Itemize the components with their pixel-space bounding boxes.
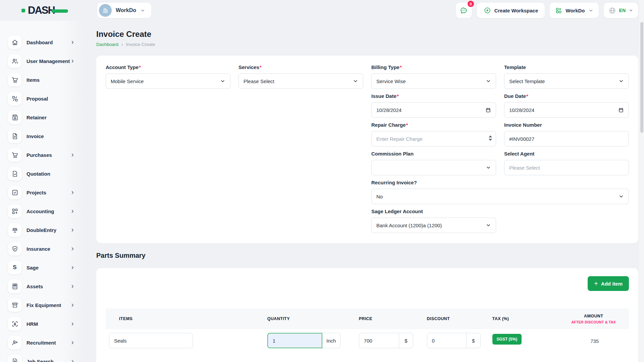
page-scrollbar[interactable] [639,0,644,362]
issue-date-input[interactable]: 10/28/2024 [371,102,496,118]
col-header-items: ITEMS [106,316,265,321]
person-focus-icon [11,320,18,327]
sidebar-item-retainer[interactable]: Retainer [0,108,85,127]
tax-badge[interactable]: SGST (5%) [492,334,522,345]
services-select[interactable]: Please Select [238,73,363,89]
field-sage-ledger-account: Sage Ledger Account Bank Account (1200)a… [371,208,496,233]
required-asterisk: * [139,64,141,70]
sidebar-item-assets[interactable]: Assets [0,277,85,296]
sidebar-item-fix-equipment[interactable]: Fix Equipment [0,296,85,314]
apps-grid-icon [555,7,562,14]
template-select[interactable]: Select Template [504,73,629,89]
chevron-right-icon [70,284,75,289]
sidebar-item-invoice[interactable]: Invoice [0,127,85,145]
sidebar-item-items[interactable]: Items [0,70,85,89]
col-header-amount: AMOUNT AFTER DISCOUNT & TAX [558,314,629,324]
workspace-avatar [99,4,112,17]
chevron-down-icon [619,194,624,199]
create-workspace-label: Create Workspace [494,8,538,13]
create-workspace-button[interactable]: Create Workspace [477,3,545,18]
chevron-right-icon [70,340,75,345]
sage-ledger-select[interactable]: Bank Account (1200)a (1200) [371,218,496,233]
person-plus-icon [11,339,18,346]
sidebar-item-proposal[interactable]: Proposal [0,89,85,108]
parts-table: ITEMS QUANTITY PRICE DISCOUNT TAX (%) AM… [106,308,629,348]
quantity-input[interactable] [267,333,322,348]
due-date-input[interactable]: 10/28/2024 [504,102,629,118]
sidebar-item-recruitment[interactable]: Recruitment [0,333,85,352]
workspace-name: WorkDo [116,7,136,13]
price-input[interactable] [359,333,399,348]
globe-icon [608,7,616,14]
quantity-unit-label: Inch [322,333,340,348]
field-issue-date: Issue Date* 10/28/2024 [371,93,496,118]
scales-icon [11,227,18,234]
calendar-icon [618,107,624,113]
sidebar-item-hrm[interactable]: HRM [0,314,85,333]
sidebar-item-insurance[interactable]: Insurance [0,239,85,258]
sidebar-item-dashboard[interactable]: Dashboard [0,33,85,52]
chevron-right-icon [70,153,75,158]
messages-button[interactable]: 0 [456,3,472,18]
logo-dot-icon [21,9,25,12]
discount-input[interactable] [427,333,467,348]
scrollbar-thumb[interactable] [640,22,643,133]
sidebar-item-user-management[interactable]: User Management [0,52,85,70]
language-code: EN [619,8,626,13]
chevron-right-icon [70,228,75,233]
col-header-price: PRICE [357,316,425,321]
breadcrumb: Dashboard › Invoice Create [96,42,638,47]
invoice-number-input[interactable] [504,131,629,146]
chevron-down-icon [486,223,491,228]
chevron-right-icon [70,303,75,308]
workdo-menu-button[interactable]: WorkDo [550,3,598,18]
sidebar-item-job-search[interactable]: Job Search [0,352,85,362]
main-content: Invoice Create Dashboard › Invoice Creat… [85,21,644,362]
chevron-right-icon [70,265,75,270]
sidebar-item-doubleentry[interactable]: DoubleEntry [0,221,85,239]
select-agent-input[interactable] [504,160,629,175]
chevron-right-icon [70,321,75,326]
building-icon [102,7,109,14]
cart-icon [11,76,18,83]
dash-logo: DASH [21,4,87,16]
account-type-select[interactable]: Mobile Service [106,73,230,89]
sidebar-item-projects[interactable]: Projects [0,183,85,202]
sidebar-item-accounting[interactable]: Accounting [0,202,85,221]
invoice-form-card: Account Type* Mobile Service Services* P… [96,56,638,243]
invoice-create-page: DASH WorkDo 0 Create Workspace WorkDo [0,0,644,362]
col-header-quantity: QUANTITY [265,316,357,321]
recurring-invoice-select[interactable]: No [371,189,629,204]
sidebar-item-quotation[interactable]: Quotation [0,164,85,183]
file-check-icon [11,170,18,177]
commission-plan-select[interactable] [371,160,496,175]
file-person-icon [11,358,18,362]
plus-circle-icon [484,7,491,14]
logo-wordmark: DASH [28,4,55,16]
number-spinner[interactable] [489,135,492,141]
billing-type-select[interactable]: Service Wise [371,73,496,89]
page-title: Invoice Create [96,29,638,39]
language-selector[interactable]: EN [604,3,638,18]
messages-count-badge: 0 [468,1,474,7]
required-asterisk: * [400,64,402,70]
sidebar-item-purchases[interactable]: Purchases [0,145,85,164]
add-item-button[interactable]: + Add item [588,276,629,291]
chevron-down-icon [486,165,491,170]
field-services: Services* Please Select [238,64,363,89]
repair-charge-input[interactable] [371,131,496,146]
chat-bubble-icon [460,6,468,15]
sidebar-item-sage[interactable]: S Sage [0,258,85,277]
logo-dash-icon [51,9,68,13]
breadcrumb-dashboard-link[interactable]: Dashboard [96,42,118,47]
grid-plus-icon [11,208,18,215]
field-repair-charge: Repair Charge* [371,122,496,146]
price-currency-label: $ [399,333,413,348]
chevron-right-icon [70,59,75,64]
workspace-selector[interactable]: WorkDo [97,3,151,18]
item-name-input[interactable] [109,333,193,348]
swap-grid-icon [11,95,18,102]
field-select-agent: Select Agent [504,151,629,175]
field-invoice-number: Invoice Number [504,122,629,146]
parts-summary-heading: Parts Summary [96,252,638,259]
